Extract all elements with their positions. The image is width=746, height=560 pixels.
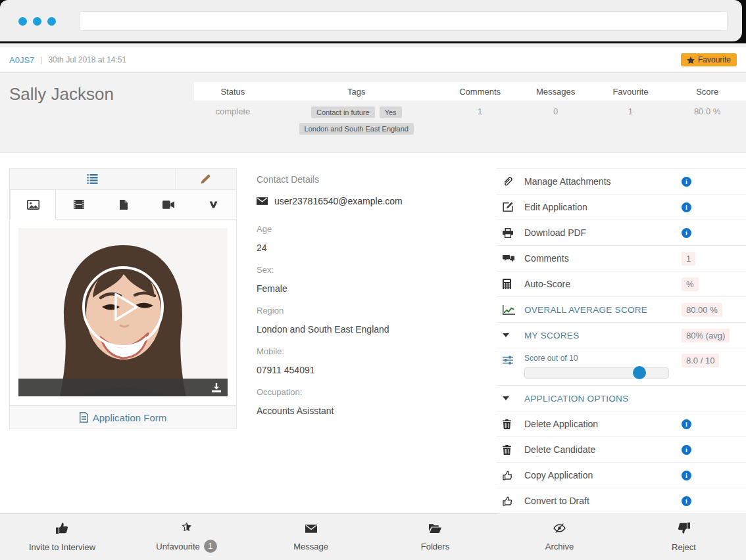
- info-icon[interactable]: [682, 228, 691, 238]
- score-slider-handle[interactable]: [633, 366, 646, 379]
- tab-documents[interactable]: [101, 190, 146, 220]
- image-tab-icon: [27, 200, 39, 210]
- col-favourite: Favourite: [593, 87, 669, 97]
- print-icon: [497, 228, 524, 238]
- window-dots: [18, 17, 56, 26]
- action-label: APPLICATION OPTIONS: [524, 394, 682, 404]
- eye-slash-icon: [553, 523, 566, 536]
- tab-video[interactable]: [146, 190, 191, 220]
- action-score-slider-row[interactable]: Score out of 10 8.0 / 10: [497, 348, 746, 386]
- reference-bar: A0JS7 | 30th Jul 2018 at 14:51 Favourite: [0, 47, 746, 73]
- summary-header-row: Status Tags Comments Messages Favourite …: [194, 82, 746, 101]
- comments-icon: [497, 254, 524, 263]
- tab-photo[interactable]: [10, 190, 56, 220]
- score-slider[interactable]: [524, 367, 669, 379]
- application-form-link[interactable]: Application Form: [9, 406, 237, 429]
- thumbs-down-icon: [678, 523, 690, 536]
- unfavourite-button[interactable]: Unfavourite 1: [124, 514, 249, 560]
- action-delete-candidate[interactable]: Delete Candidate: [497, 437, 746, 463]
- info-icon[interactable]: [682, 202, 691, 212]
- favourite-badge[interactable]: Favourite: [681, 53, 737, 66]
- email-row: user237816540@example.com: [257, 196, 480, 206]
- action-convert-to-draft[interactable]: Convert to Draft: [497, 488, 746, 514]
- film-tab-icon: [74, 200, 84, 209]
- list-icon: [87, 174, 98, 184]
- field-value: Female: [257, 283, 480, 294]
- tab-extra-media[interactable]: [191, 190, 236, 220]
- col-comments: Comments: [441, 87, 519, 97]
- file-tab-icon: [120, 200, 128, 210]
- field-value: Accounts Asisstant: [257, 406, 480, 416]
- field-label: Mobile:: [257, 346, 480, 356]
- info-icon[interactable]: [682, 419, 691, 429]
- video-panel: [9, 220, 237, 406]
- contact-details: Contact Details user237816540@example.co…: [257, 174, 480, 428]
- window-dot: [33, 17, 41, 26]
- info-icon[interactable]: [682, 471, 691, 480]
- messages-value: 0: [519, 106, 593, 116]
- message-button[interactable]: Message: [249, 514, 373, 560]
- score-out-of-ten-badge: 8.0 / 10: [682, 354, 719, 367]
- action-label: Auto-Score: [524, 279, 682, 289]
- action-label: Manage Attachments: [524, 176, 682, 187]
- score-value: 80.0 %: [668, 106, 746, 116]
- tab-film[interactable]: [56, 190, 101, 220]
- favourite-value: 1: [593, 106, 669, 116]
- caret-down-icon: [497, 396, 524, 400]
- application-reference-link[interactable]: A0JS7: [9, 55, 34, 65]
- media-tabs: [9, 190, 237, 220]
- action-my-scores[interactable]: MY SCORES 80% (avg): [497, 323, 746, 348]
- play-button[interactable]: [82, 266, 164, 348]
- info-icon[interactable]: [682, 177, 691, 187]
- url-bar[interactable]: [80, 11, 728, 31]
- folders-button[interactable]: Folders: [373, 514, 497, 560]
- video-tab-icon: [162, 200, 174, 209]
- tag-pill: London and South East England: [299, 123, 414, 135]
- play-icon: [113, 292, 139, 322]
- action-download-pdf[interactable]: Download PDF: [497, 220, 746, 246]
- reject-button[interactable]: Reject: [622, 514, 746, 560]
- edit-icon: [497, 202, 524, 212]
- action-delete-application[interactable]: Delete Application: [497, 411, 746, 437]
- hand-icon: [497, 471, 524, 480]
- paperclip-icon: [497, 176, 524, 187]
- star-icon: [687, 57, 695, 64]
- action-label: Comments: [524, 253, 682, 264]
- col-tags: Tags: [272, 87, 441, 97]
- action-application-options[interactable]: APPLICATION OPTIONS: [497, 386, 746, 411]
- info-icon[interactable]: [682, 445, 691, 455]
- video-thumbnail[interactable]: [18, 228, 228, 396]
- question-list-button[interactable]: [10, 169, 176, 189]
- field-label: Age: [257, 224, 480, 234]
- action-copy-application[interactable]: Copy Application: [497, 463, 746, 488]
- field-value: London and South East England: [257, 324, 480, 335]
- action-edit-application[interactable]: Edit Application: [497, 195, 746, 220]
- footer-label: Reject: [672, 542, 696, 552]
- action-overall-average-score[interactable]: OVERALL AVERAGE SCORE 80.00 %: [497, 297, 746, 323]
- field-label: Occupation:: [257, 387, 480, 397]
- archive-button[interactable]: Archive: [497, 514, 622, 560]
- action-label: MY SCORES: [524, 331, 682, 340]
- field-value: 24: [257, 243, 480, 253]
- action-label: Edit Application: [524, 202, 682, 212]
- application-form-icon: [80, 412, 88, 423]
- action-manage-attachments[interactable]: Manage Attachments: [497, 169, 746, 195]
- sliders-icon: [497, 354, 524, 365]
- comments-count-badge: 1: [682, 252, 695, 266]
- download-icon[interactable]: [212, 383, 221, 392]
- actions-panel: Manage Attachments Edit Application Down…: [497, 168, 746, 514]
- info-icon[interactable]: [682, 496, 691, 506]
- action-comments[interactable]: Comments 1: [497, 246, 746, 271]
- screen: A0JS7 | 30th Jul 2018 at 14:51 Favourite…: [0, 0, 746, 560]
- auto-score-badge: %: [682, 277, 699, 291]
- edit-media-button[interactable]: [176, 169, 236, 189]
- col-score: Score: [668, 87, 746, 97]
- pencil-icon: [201, 174, 211, 184]
- summary-table: Status Tags Comments Messages Favourite …: [194, 82, 746, 139]
- invite-to-interview-button[interactable]: Invite to Interview: [0, 514, 124, 560]
- application-timestamp: 30th Jul 2018 at 14:51: [48, 55, 126, 64]
- field-region: Region London and South East England: [257, 306, 480, 335]
- footer-label: Folders: [421, 542, 449, 551]
- action-auto-score[interactable]: Auto-Score %: [497, 271, 746, 297]
- trash-icon: [497, 445, 524, 455]
